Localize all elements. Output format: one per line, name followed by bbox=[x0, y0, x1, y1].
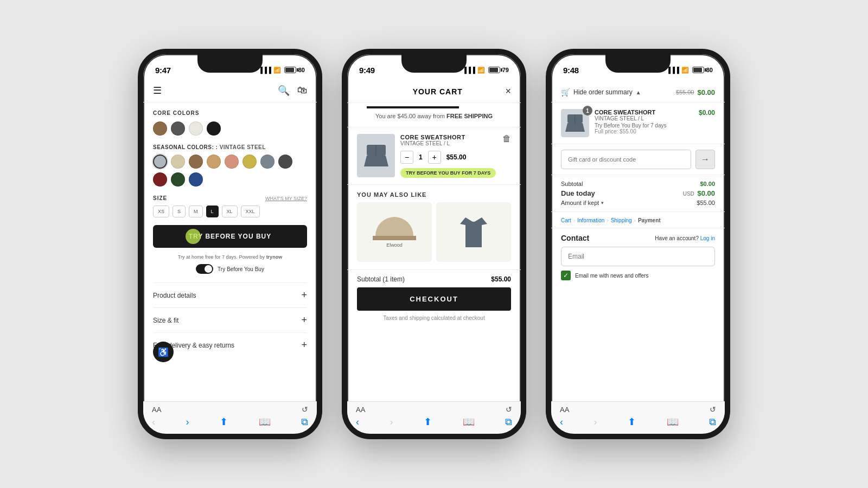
color-swatch-tan[interactable] bbox=[153, 121, 167, 136]
text-size-icon-3[interactable]: AA bbox=[560, 406, 569, 414]
text-size-icon-1[interactable]: AA bbox=[152, 406, 161, 414]
breadcrumb-cart[interactable]: Cart bbox=[561, 217, 571, 223]
share-btn-2[interactable]: ⬆ bbox=[424, 416, 432, 428]
whats-my-size-link[interactable]: WHAT'S MY SIZE? bbox=[265, 196, 307, 201]
swatch-maroon[interactable] bbox=[153, 172, 167, 187]
amount-if-kept-row: Amount if kept ▾ $55.00 bbox=[561, 200, 715, 206]
size-l[interactable]: L bbox=[206, 206, 219, 217]
bookmarks-btn-2[interactable]: 📖 bbox=[463, 416, 475, 428]
share-btn-3[interactable]: ⬆ bbox=[628, 416, 636, 428]
swatch-dark[interactable] bbox=[278, 155, 292, 169]
size-header: SIZE WHAT'S MY SIZE? bbox=[153, 195, 307, 201]
checkout-button[interactable]: CHECKOUT bbox=[357, 287, 511, 311]
size-s[interactable]: S bbox=[173, 206, 186, 217]
tabs-btn-1[interactable]: ⧉ bbox=[301, 416, 308, 428]
cart-delete-button[interactable]: 🗑 bbox=[502, 134, 511, 144]
status-icons-2: ▐▐▐ 📶 79 bbox=[462, 67, 509, 74]
swatch-tan[interactable] bbox=[171, 155, 185, 169]
size-m[interactable]: M bbox=[189, 206, 203, 217]
swatch-vintage-steel[interactable] bbox=[153, 155, 167, 169]
back-btn-1[interactable]: ‹ bbox=[152, 416, 155, 428]
accordion-product-details[interactable]: Product details + bbox=[153, 282, 307, 307]
tabs-btn-2[interactable]: ⧉ bbox=[505, 416, 512, 428]
shorts-svg bbox=[364, 145, 388, 166]
rec-shirt-svg bbox=[460, 217, 487, 247]
size-xxl[interactable]: XXL bbox=[241, 206, 260, 217]
battery-icon-3 bbox=[692, 67, 704, 73]
search-icon[interactable]: 🔍 bbox=[278, 85, 290, 97]
color-swatch-white[interactable] bbox=[189, 121, 203, 136]
bookmarks-btn-1[interactable]: 📖 bbox=[259, 416, 271, 428]
breadcrumb-information[interactable]: Information bbox=[577, 217, 604, 223]
text-size-icon-2[interactable]: AA bbox=[356, 406, 365, 414]
cart-item-price: $55.00 bbox=[446, 153, 467, 161]
discount-input[interactable] bbox=[561, 150, 691, 169]
size-label: SIZE bbox=[153, 195, 167, 201]
swatch-slate[interactable] bbox=[260, 155, 275, 169]
color-swatch-gray[interactable] bbox=[171, 121, 185, 136]
forward-btn-1[interactable]: › bbox=[186, 416, 189, 428]
cart-bag-icon: 🛒 bbox=[561, 88, 570, 97]
taxes-note: Taxes and shipping calculated at checkou… bbox=[347, 315, 521, 321]
rec-item-shirt[interactable] bbox=[436, 202, 511, 262]
breadcrumb-sep-3: › bbox=[634, 217, 636, 223]
swatch-brown[interactable] bbox=[189, 155, 203, 169]
chevron-down-icon[interactable]: ▾ bbox=[601, 200, 604, 206]
cart-close-button[interactable]: × bbox=[505, 86, 511, 97]
back-btn-3[interactable]: ‹ bbox=[560, 416, 563, 428]
header-icons: 🔍 🛍 bbox=[278, 85, 307, 97]
cart-qty-row: − 1 + $55.00 bbox=[400, 151, 511, 164]
order-item-try: Try Before You Buy for 7 days bbox=[595, 123, 693, 129]
breadcrumb-shipping[interactable]: Shipping bbox=[611, 217, 632, 223]
qty-decrease-button[interactable]: − bbox=[400, 151, 413, 164]
cart-subtotal-row: Subtotal (1 item) $55.00 bbox=[347, 269, 521, 287]
rec-item-hat[interactable]: Elwood bbox=[357, 202, 432, 262]
bookmarks-btn-3[interactable]: 📖 bbox=[667, 416, 679, 428]
order-summary-left: 🛒 Hide order summary ▲ bbox=[561, 88, 641, 97]
time-3: 9:48 bbox=[563, 66, 579, 75]
phone-cart-page: 9:49 ▐▐▐ 📶 79 YOUR CART × You are $45.00… bbox=[342, 49, 526, 439]
menu-icon[interactable]: ☰ bbox=[153, 85, 162, 97]
product-header: ☰ 🔍 🛍 bbox=[143, 80, 317, 102]
log-in-link[interactable]: Log in bbox=[700, 235, 715, 241]
share-btn-1[interactable]: ⬆ bbox=[220, 416, 228, 428]
size-xs[interactable]: XS bbox=[153, 206, 169, 217]
battery-pct-1: 80 bbox=[298, 67, 305, 73]
reload-icon-3[interactable]: ↺ bbox=[710, 405, 716, 414]
swatch-yellow[interactable] bbox=[242, 155, 257, 169]
accordion-size-fit[interactable]: Size & fit + bbox=[153, 307, 307, 332]
back-btn-2[interactable]: ‹ bbox=[356, 416, 359, 428]
bag-icon[interactable]: 🛍 bbox=[297, 85, 307, 97]
accessibility-icon: ♿ bbox=[158, 347, 169, 357]
try-before-buy-button[interactable]: TRY BEFORE YOU BUY bbox=[153, 225, 307, 248]
browser-bar-3: AA ↺ bbox=[551, 402, 725, 414]
reload-icon-1[interactable]: ↺ bbox=[302, 405, 308, 414]
swatch-forest[interactable] bbox=[171, 172, 185, 187]
order-item-row: 1 CORE SWEATSHORT VINTAGE STEEL / L Try … bbox=[551, 102, 725, 144]
accordion-delivery[interactable]: Free delivery & easy returns + bbox=[153, 332, 307, 357]
email-input[interactable] bbox=[561, 247, 715, 266]
subtotal-price: $55.00 bbox=[491, 275, 511, 283]
phone3-bottom-bar: AA ↺ ‹ › ⬆ 📖 ⧉ bbox=[551, 401, 725, 434]
color-swatch-black[interactable] bbox=[207, 121, 221, 136]
swatch-peach[interactable] bbox=[225, 155, 239, 169]
original-price: $55.00 bbox=[676, 89, 694, 95]
try-before-dot bbox=[186, 229, 201, 244]
discount-submit-button[interactable]: → bbox=[695, 150, 715, 169]
usd-label: USD bbox=[683, 191, 694, 197]
wifi-icon: 📶 bbox=[273, 67, 281, 74]
swatch-gold[interactable] bbox=[207, 155, 221, 169]
breadcrumb-sep-2: › bbox=[607, 217, 608, 223]
due-price-header: $0.00 bbox=[697, 88, 715, 97]
reload-icon-2[interactable]: ↺ bbox=[506, 405, 512, 414]
accessibility-button[interactable]: ♿ bbox=[153, 342, 174, 362]
forward-btn-3[interactable]: › bbox=[594, 416, 597, 428]
hide-order-summary-btn[interactable]: Hide order summary bbox=[573, 88, 633, 96]
newsletter-checkbox[interactable]: ✓ bbox=[561, 271, 571, 280]
size-xl[interactable]: XL bbox=[222, 206, 238, 217]
try-before-toggle[interactable] bbox=[196, 264, 213, 274]
swatch-blue[interactable] bbox=[189, 172, 203, 187]
qty-increase-button[interactable]: + bbox=[428, 151, 441, 164]
tabs-btn-3[interactable]: ⧉ bbox=[709, 416, 716, 428]
forward-btn-2[interactable]: › bbox=[390, 416, 393, 428]
